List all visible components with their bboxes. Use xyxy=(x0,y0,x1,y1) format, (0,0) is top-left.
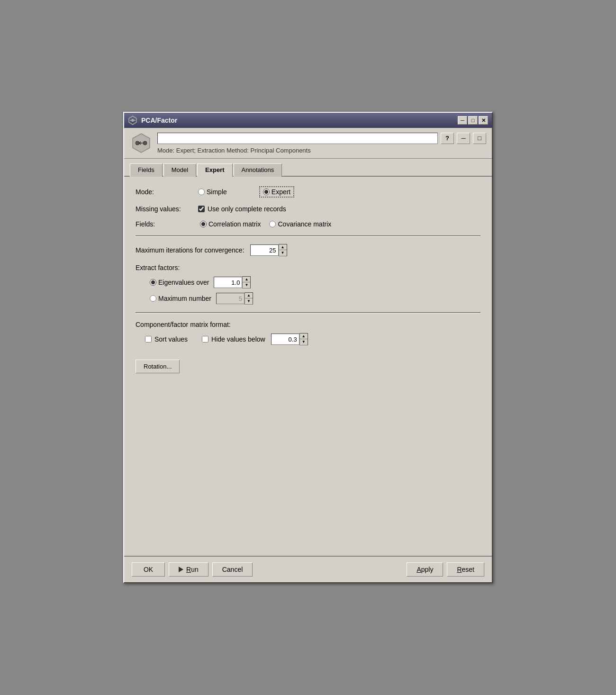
extract-options: Eigenvalues over ▲ ▼ Maximum number xyxy=(150,276,480,305)
hide-values-option: Hide values below ▲ ▼ xyxy=(202,333,308,345)
expert-radio-wrapper-container: Expert xyxy=(259,186,294,198)
max-number-radio-option[interactable]: Maximum number xyxy=(150,295,211,302)
expert-radio-wrapper: Expert xyxy=(259,186,294,198)
eigenvalues-spinner: ▲ ▼ xyxy=(214,276,251,289)
max-iterations-input[interactable]: 25 xyxy=(250,244,279,256)
correlation-matrix-option[interactable]: Correlation matrix xyxy=(200,220,261,228)
minimize-button[interactable]: ─ xyxy=(458,116,467,125)
title-bar-buttons: ─ □ ✕ xyxy=(458,116,488,125)
window-title: PCA/Factor xyxy=(141,117,177,124)
mode-info: Mode: Expert; Extraction Method: Princip… xyxy=(157,147,486,154)
hide-values-up-button[interactable]: ▲ xyxy=(300,334,308,339)
node-icon xyxy=(130,132,153,154)
header-right: ? ─ □ Mode: Expert; Extraction Method: P… xyxy=(157,133,486,154)
matrix-section: Component/factor matrix format: Sort val… xyxy=(136,321,480,345)
missing-values-row: Missing values: Use only complete record… xyxy=(136,205,480,213)
eigenvalues-up-button[interactable]: ▲ xyxy=(243,277,250,282)
svg-point-6 xyxy=(143,141,147,145)
mode-radio-group: Simple Expert xyxy=(198,186,294,198)
model-name-input[interactable] xyxy=(157,133,438,144)
app-icon xyxy=(128,116,137,125)
svg-point-1 xyxy=(131,119,134,122)
eigenvalues-row: Eigenvalues over ▲ ▼ xyxy=(150,276,480,289)
extract-factors-label: Extract factors: xyxy=(136,264,480,271)
main-window: PCA/Factor ─ □ ✕ ? ─ □ Mode: Expert; Ext… xyxy=(123,112,493,583)
mode-label: Mode: xyxy=(136,188,192,196)
eigenvalues-over-label: Eigenvalues over xyxy=(158,279,209,286)
rotation-button[interactable]: Rotation... xyxy=(136,360,180,373)
mode-row: Mode: Simple Expert xyxy=(136,186,480,198)
fields-label: Fields: xyxy=(136,220,192,228)
covariance-matrix-option[interactable]: Covariance matrix xyxy=(269,220,331,228)
correlation-matrix-radio[interactable] xyxy=(200,221,207,227)
maximize-button[interactable]: □ xyxy=(468,116,478,125)
sort-values-label: Sort values xyxy=(154,335,188,343)
header-area: ? ─ □ Mode: Expert; Extraction Method: P… xyxy=(124,128,492,159)
model-name-bar: ? ─ □ xyxy=(157,133,486,144)
separator-1 xyxy=(136,235,480,236)
help-button[interactable]: ? xyxy=(441,133,454,144)
simple-radio-option[interactable]: Simple xyxy=(198,188,227,196)
tab-expert[interactable]: Expert xyxy=(197,163,232,177)
hide-values-down-button[interactable]: ▼ xyxy=(300,339,308,345)
correlation-matrix-label: Correlation matrix xyxy=(208,220,261,228)
max-number-input[interactable] xyxy=(216,293,245,304)
run-label: Run xyxy=(186,566,199,573)
run-button[interactable]: Run xyxy=(169,562,208,577)
max-number-radio[interactable] xyxy=(150,295,156,302)
apply-button[interactable]: Apply xyxy=(407,562,443,577)
close-button[interactable]: ✕ xyxy=(479,116,488,125)
simple-radio[interactable] xyxy=(198,189,205,195)
max-number-spinner: ▲ ▼ xyxy=(216,292,253,305)
header-minimize-button[interactable]: ─ xyxy=(457,133,470,144)
tab-fields[interactable]: Fields xyxy=(130,163,163,177)
max-iterations-spinner: 25 ▲ ▼ xyxy=(250,244,287,256)
matrix-format-label: Component/factor matrix format: xyxy=(136,321,480,328)
hide-values-input[interactable] xyxy=(271,334,299,345)
max-iterations-up-button[interactable]: ▲ xyxy=(279,244,287,250)
max-number-spinner-buttons: ▲ ▼ xyxy=(245,292,253,305)
hide-values-spinner: ▲ ▼ xyxy=(271,333,308,345)
run-triangle-icon xyxy=(179,567,183,572)
footer: OK Run Cancel Apply Reset xyxy=(124,556,492,582)
use-complete-records-label: Use only complete records xyxy=(208,205,286,213)
use-complete-records-checkbox[interactable] xyxy=(198,206,205,212)
eigenvalues-radio-option[interactable]: Eigenvalues over xyxy=(150,279,209,286)
simple-label: Simple xyxy=(207,188,227,196)
sort-values-checkbox[interactable] xyxy=(145,336,152,343)
title-bar-left: PCA/Factor xyxy=(128,116,177,125)
separator-2 xyxy=(136,312,480,313)
covariance-matrix-label: Covariance matrix xyxy=(278,220,331,228)
tabs-area: Fields Model Expert Annotations xyxy=(124,159,492,177)
max-number-label: Maximum number xyxy=(158,295,211,302)
eigenvalues-spinner-buttons: ▲ ▼ xyxy=(242,276,251,289)
reset-button[interactable]: Reset xyxy=(447,562,484,577)
header-maximize-button[interactable]: □ xyxy=(473,133,486,144)
max-iterations-down-button[interactable]: ▼ xyxy=(279,250,287,256)
ok-button[interactable]: OK xyxy=(132,562,165,577)
reset-label: Reset xyxy=(457,566,474,573)
fields-row: Fields: Correlation matrix Covariance ma… xyxy=(136,220,480,228)
expert-radio[interactable] xyxy=(263,189,270,195)
footer-right: Apply Reset xyxy=(407,562,484,577)
sort-values-option: Sort values xyxy=(145,335,188,343)
eigenvalues-input[interactable] xyxy=(214,277,242,288)
eigenvalues-down-button[interactable]: ▼ xyxy=(243,282,250,288)
fields-radio-group: Correlation matrix Covariance matrix xyxy=(200,220,331,228)
max-iterations-label: Maximum iterations for convergence: xyxy=(136,246,245,254)
tab-model[interactable]: Model xyxy=(163,163,196,177)
hide-values-checkbox[interactable] xyxy=(202,336,208,343)
cancel-button[interactable]: Cancel xyxy=(212,562,253,577)
footer-left: OK Run Cancel xyxy=(132,562,253,577)
eigenvalues-radio[interactable] xyxy=(150,279,156,286)
apply-label: Apply xyxy=(417,566,433,573)
missing-values-label: Missing values: xyxy=(136,205,192,213)
tab-annotations[interactable]: Annotations xyxy=(234,163,282,177)
max-number-row: Maximum number ▲ ▼ xyxy=(150,292,480,305)
max-number-up-button[interactable]: ▲ xyxy=(245,293,253,298)
covariance-matrix-radio[interactable] xyxy=(269,221,276,227)
hide-values-spinner-buttons: ▲ ▼ xyxy=(299,333,308,345)
title-bar: PCA/Factor ─ □ ✕ xyxy=(124,113,492,128)
max-number-down-button[interactable]: ▼ xyxy=(245,298,253,304)
max-iterations-row: Maximum iterations for convergence: 25 ▲… xyxy=(136,244,480,256)
